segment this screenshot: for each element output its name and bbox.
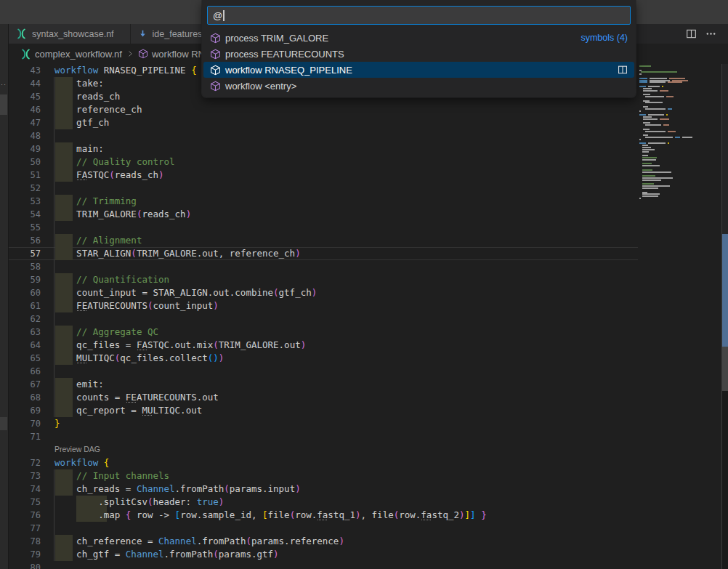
minimap[interactable]	[638, 64, 699, 569]
minimap-line	[639, 94, 652, 95]
symbol-cube-icon	[210, 33, 221, 44]
open-to-side-icon[interactable]	[618, 65, 628, 75]
minimap-line	[639, 171, 674, 173]
overview-ruler[interactable]	[722, 64, 728, 569]
quick-pick-item[interactable]: process TRIM_GALOREsymbols (4)	[203, 30, 634, 46]
code-line[interactable]: 54 TRIM_GALORE(reads_ch)	[9, 208, 638, 221]
more-actions-icon[interactable]	[705, 28, 716, 39]
code-line[interactable]: 60 count_input = STAR_ALIGN.out.combine(…	[9, 286, 638, 299]
code-line[interactable]: 52	[9, 182, 638, 195]
code-line[interactable]: 46 reference_ch	[9, 103, 638, 116]
code-text	[41, 430, 54, 443]
code-line[interactable]: 76 .map { row -> [row.sample_id, [file(r…	[9, 509, 638, 522]
code-token: // Input channels	[54, 470, 169, 481]
quick-pick-item[interactable]: workflow <entry>	[203, 78, 634, 94]
code-line[interactable]: 79 ch_gtf = Channel.fromPath(params.gtf)	[9, 548, 638, 561]
code-token: FEATURECOUNTS	[76, 300, 147, 311]
quick-open-widget: @ process TRIM_GALOREsymbols (4)process …	[202, 0, 636, 97]
code-line[interactable]: 59 // Quantification	[9, 273, 638, 286]
code-token: // Quality control	[54, 156, 175, 167]
code-text	[41, 129, 54, 142]
code-lens[interactable]: Preview DAG	[9, 443, 728, 456]
code-token: Channel	[126, 549, 164, 560]
code-line[interactable]: 71	[9, 430, 638, 443]
code-token: _2	[448, 509, 459, 520]
code-text: qc_files = FASTQC.out.mix(TRIM_GALORE.ou…	[41, 339, 306, 352]
minimap-line	[639, 145, 650, 146]
quick-pick-item[interactable]: workflow RNASEQ_PIPELINE	[203, 62, 634, 78]
ruler-segment	[722, 64, 728, 234]
code-line[interactable]: 63 // Aggregate QC	[9, 326, 638, 339]
code-line[interactable]: 65 MULTIQC(qc_files.collect())	[9, 352, 638, 365]
code-line[interactable]: 51 FASTQC(reads_ch)	[9, 169, 638, 182]
code-line[interactable]: 62	[9, 312, 638, 326]
code-line[interactable]: 70}	[9, 417, 638, 430]
minimap-line	[639, 139, 643, 140]
code-line[interactable]: 49 main:	[9, 142, 638, 156]
minimap-line	[639, 193, 662, 195]
line-number: 61	[9, 299, 41, 312]
code-line[interactable]: 75 .splitCsv(header: true)	[9, 496, 638, 509]
code-token: emit:	[54, 379, 104, 390]
code-line[interactable]: 53 // Trimming	[9, 195, 638, 208]
quick-open-input[interactable]: @	[207, 6, 631, 25]
arrow-down-icon	[138, 29, 147, 39]
breadcrumb-file[interactable]: complex_workflow.nf	[35, 49, 122, 60]
code-token: [	[262, 509, 268, 520]
code-token: {	[191, 65, 197, 76]
line-number: 77	[9, 522, 41, 535]
code-line[interactable]: 50 // Quality control	[9, 156, 638, 169]
code-line[interactable]: 61 FEATURECOUNTS(count_input)	[9, 299, 638, 312]
minimap-line	[639, 80, 690, 81]
line-number: 65	[9, 352, 41, 365]
line-number: 59	[9, 273, 41, 286]
code-token: Channel	[137, 483, 175, 494]
code-token: .out.mix	[169, 339, 213, 350]
line-number: 52	[9, 182, 41, 195]
code-line[interactable]: 73 // Input channels	[9, 469, 638, 483]
code-text	[41, 561, 54, 569]
code-editor[interactable]: 43workflow RNASEQ_PIPELINE {44 take:45 r…	[9, 64, 728, 569]
minimap-line	[639, 149, 657, 150]
code-token: counts =	[54, 392, 126, 403]
code-text: reference_ch	[41, 103, 142, 116]
code-token: reads_ch	[115, 169, 158, 180]
code-line[interactable]: 78 ch_reference = Channel.fromPath(param…	[9, 535, 638, 548]
code-text	[41, 221, 54, 234]
code-line[interactable]: 58	[9, 260, 638, 273]
line-number: 44	[9, 77, 41, 90]
code-line[interactable]: 57 STAR_ALIGN(TRIM_GALORE.out, reference…	[9, 247, 638, 260]
code-line[interactable]: 67 emit:	[9, 378, 638, 391]
code-line[interactable]: 80	[9, 561, 638, 569]
editor-tab[interactable]: syntax_showcase.nf	[9, 24, 131, 44]
code-text: ch_reads = Channel.fromPath(params.input…	[41, 483, 301, 496]
code-line[interactable]: 72workflow {	[9, 456, 638, 469]
minimap-line	[639, 198, 643, 199]
code-line[interactable]: 74 ch_reads = Channel.fromPath(params.in…	[9, 483, 638, 496]
code-line[interactable]: 56 // Alignment	[9, 234, 638, 247]
code-line[interactable]: 66	[9, 365, 638, 378]
code-token: STAR_ALIGN	[54, 248, 131, 259]
code-line[interactable]: 77	[9, 522, 638, 535]
minimap-line	[639, 163, 654, 164]
minimap-line	[639, 88, 654, 89]
minimap-line	[639, 177, 675, 179]
line-number: 54	[9, 208, 41, 221]
split-editor-icon[interactable]	[686, 28, 697, 39]
code-line[interactable]: 64 qc_files = FASTQC.out.mix(TRIM_GALORE…	[9, 339, 638, 352]
minimap-line	[639, 73, 644, 75]
code-line[interactable]: 68 counts = FEATURECOUNTS.out	[9, 391, 638, 404]
code-line[interactable]: 69 qc_report = MULTIQC.out	[9, 404, 638, 417]
minimap-line	[639, 71, 679, 73]
quick-pick-item[interactable]: process FEATURECOUNTS	[203, 46, 634, 62]
minimap-line	[639, 157, 659, 158]
code-token: file	[268, 509, 290, 520]
code-token: (	[246, 536, 251, 546]
code-token: MULTIQC	[76, 352, 115, 363]
code-line[interactable]: 55	[9, 221, 638, 234]
left-editor-strip[interactable]: ··	[0, 24, 9, 569]
code-line[interactable]: 48	[9, 129, 638, 142]
code-token	[54, 169, 76, 180]
code-token: params.reference	[251, 536, 339, 546]
code-line[interactable]: 47 gtf_ch	[9, 116, 638, 129]
